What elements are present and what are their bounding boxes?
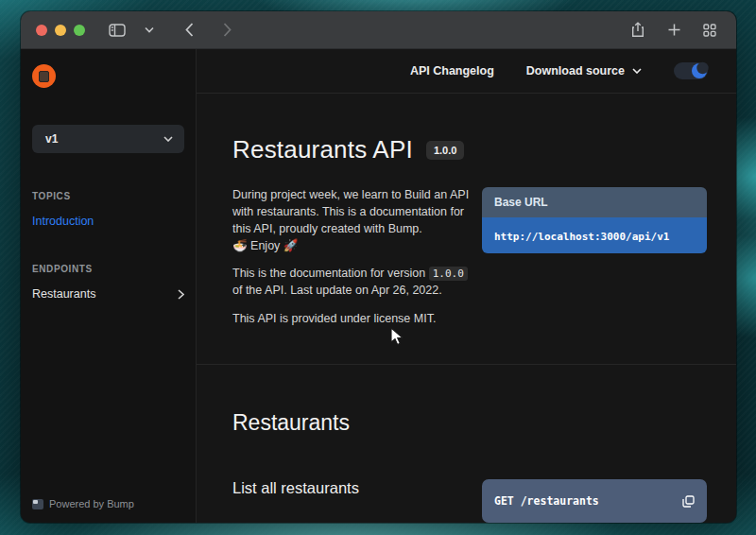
share-icon[interactable] (627, 19, 649, 42)
tab-overview-icon[interactable] (698, 19, 721, 42)
chevron-right-icon (178, 289, 184, 300)
copy-icon (682, 495, 695, 508)
version-paragraph: This is the documentation for version 1.… (232, 266, 471, 300)
chevron-down-icon (632, 68, 642, 74)
license-paragraph: This API is provided under license MIT. (232, 311, 471, 328)
docs-top-nav: API Changelog Download source (197, 49, 736, 94)
docs-main: API Changelog Download source Restaurant… (197, 49, 736, 523)
sidebar-item-introduction[interactable]: Introduction (32, 215, 184, 228)
window-titlebar (21, 11, 736, 49)
get-restaurants-endpoint[interactable]: GET /restaurants (482, 479, 707, 523)
intro-paragraph-text: During project week, we learn to Build a… (232, 188, 469, 235)
api-logo[interactable] (32, 64, 56, 88)
sidebar-item-label: Restaurants (32, 287, 95, 301)
version-select-value: v1 (45, 132, 58, 146)
version-select[interactable]: v1 (32, 125, 184, 153)
intro-text-column: During project week, we learn to Build a… (232, 187, 471, 327)
sidebar-toggle-icon[interactable] (106, 19, 129, 42)
sidebar-chevron-down-icon[interactable] (138, 19, 161, 42)
forward-button[interactable] (215, 19, 238, 42)
base-url-value-row[interactable]: http://localhost:3000/api/v1 (482, 217, 707, 253)
operation-title: List all restaurants (232, 479, 482, 497)
minimize-window-button[interactable] (55, 25, 66, 36)
introduction-section: Restaurants API 1.0.0 During project wee… (197, 94, 736, 364)
endpoints-section-label: ENDPOINTS (32, 264, 184, 274)
traffic-lights (36, 25, 85, 36)
close-window-button[interactable] (36, 25, 47, 36)
inline-version-code: 1.0.0 (429, 267, 468, 281)
download-source-label: Download source (526, 64, 625, 78)
version-badge: 1.0.0 (426, 141, 464, 160)
powered-by-label: Powered by Bump (49, 498, 134, 509)
base-url-card: Base URL http://localhost:3000/api/v1 (482, 187, 707, 253)
moon-icon (690, 61, 709, 80)
api-logo-glyph (39, 71, 49, 82)
base-url-value: http://localhost:3000/api/v1 (494, 231, 669, 243)
intro-paragraph: During project week, we learn to Build a… (232, 187, 471, 254)
api-changelog-link[interactable]: API Changelog (410, 64, 494, 78)
intro-emoji-line: 🍜 Enjoy 🚀 (232, 239, 298, 252)
download-source-menu[interactable]: Download source (526, 64, 642, 78)
page-title: Restaurants API (232, 135, 413, 164)
endpoint-label: GET /restaurants (494, 494, 675, 508)
version-paragraph-before: This is the documentation for version (232, 267, 429, 280)
topics-section-label: TOPICS (32, 191, 184, 201)
back-button[interactable] (178, 19, 200, 42)
base-url-label: Base URL (482, 187, 707, 217)
restaurants-section-title: Restaurants (232, 410, 707, 436)
browser-window: v1 TOPICS Introduction ENDPOINTS Restaur… (21, 11, 736, 523)
restaurants-section: Restaurants List all restaurants GET /re… (197, 364, 736, 523)
dark-mode-toggle[interactable] (674, 62, 708, 79)
chevron-down-icon (163, 136, 173, 142)
powered-by-bump[interactable]: Powered by Bump (32, 498, 184, 509)
zoom-window-button[interactable] (74, 25, 85, 36)
sidebar-item-restaurants[interactable]: Restaurants (32, 287, 184, 301)
version-paragraph-after: of the API. Last update on Apr 26, 2022. (232, 284, 442, 297)
docs-sidebar: v1 TOPICS Introduction ENDPOINTS Restaur… (21, 49, 197, 523)
new-tab-icon[interactable] (662, 19, 685, 42)
bump-logo-icon (32, 499, 43, 509)
